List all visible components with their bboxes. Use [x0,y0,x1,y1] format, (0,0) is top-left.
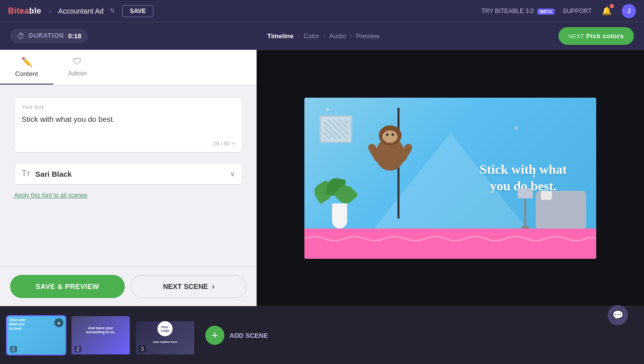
duration-value: 0:18 [68,32,81,40]
text-field-group: Your text Stick with what you do best. 2… [14,97,243,153]
scene-2-thumb-text: And leave youraccounting to us. [71,316,130,337]
pink-floor [304,229,596,259]
project-name: Accountant Ad [58,7,104,15]
next-pick-colors-button[interactable]: NEXT Pick colors [558,27,634,45]
clock-icon: ⏱ [17,32,25,40]
scene-1-number: 1 [10,346,17,352]
user-avatar[interactable]: J [622,4,636,18]
panel-footer: SAVE & PREVIEW NEXT SCENE › [0,266,257,306]
floor-lamp [518,188,533,229]
next-scene-arrow-icon: › [212,282,214,290]
font-selector-left: Tт Sari Black [22,169,72,178]
step-preview[interactable]: Preview [356,32,379,40]
preview-canvas: ✦ ✦ ✦ [304,98,596,259]
scene-background: ✦ ✦ ✦ [304,98,596,259]
step-color[interactable]: Color [304,32,319,40]
chat-button[interactable]: 💬 [608,305,628,325]
duration-label: DURATION [29,32,64,39]
wavy-pattern [304,234,596,244]
scene-3-number: 3 [139,346,146,352]
content-tab-label: Content [15,70,38,78]
scene-3-logo: YourLogo [157,321,173,336]
lamp-pole [524,198,526,226]
apply-font-link[interactable]: Apply this font to all scenes [14,192,87,199]
next-label: NEXT [569,33,584,39]
filmstrip-scene-2[interactable]: And leave youraccounting to us. 2 [70,315,131,355]
support-link[interactable]: SUPPORT [562,8,592,15]
sofa [536,201,586,229]
sloth-body [376,138,404,171]
step-arrow-3: › [350,32,352,39]
text-input[interactable]: Stick with what you do best. [22,114,235,144]
picture-frame [319,115,352,143]
admin-tab-icon: 🛡 [73,56,82,67]
sofa-area [518,188,586,229]
sloth-character [370,138,410,188]
scene-text-line1: Stick with what [479,162,567,178]
next-scene-label: NEXT SCENE [163,282,208,290]
top-navigation: Biteable › Accountant Ad ✎ SAVE TRY BITE… [0,0,644,22]
scene-2-number: 2 [74,346,82,352]
sloth-left-eye [386,133,388,136]
sloth-right-eye [391,133,394,136]
char-edit-icon[interactable]: ✏ [231,140,236,147]
font-name-label: Sari Black [35,170,72,178]
font-chevron-icon: ∨ [230,170,235,178]
step-audio[interactable]: Audio [330,32,346,40]
notifications-button[interactable]: 🔔 [600,4,614,18]
nav-breadcrumb-separator: › [48,7,51,16]
logo[interactable]: Biteable [8,7,41,16]
admin-tab-label: Admin [68,69,87,77]
teacup [541,191,552,200]
try-biteable-label[interactable]: TRY BITEABLE 3.0 BETA [481,8,554,15]
main-area: ✏️ Content 🛡 Admin Your text Stick with … [0,50,644,306]
sloth-head [379,125,401,145]
step-arrow-2: › [324,32,326,39]
add-scene-label: ADD SCENE [229,332,268,339]
preview-area: ✦ ✦ ✦ [257,50,644,306]
edit-project-name-icon[interactable]: ✎ [110,7,115,15]
tab-admin[interactable]: 🛡 Admin [53,50,102,85]
beta-badge: BETA [537,9,554,15]
nav-right: TRY BITEABLE 3.0 BETA SUPPORT 🔔 J [481,4,636,18]
content-tab-icon: ✏️ [21,56,32,67]
vase-body [332,203,347,229]
font-type-icon: Tт [22,169,30,178]
filmstrip-scene-3[interactable]: YourLogo your tagline here 3 [135,315,195,355]
duration-badge: ⏱ DURATION 0:18 [10,29,88,43]
tab-content[interactable]: ✏️ Content [0,50,53,85]
panel-content: Your text Stick with what you do best. 2… [0,85,257,266]
filmstrip-scene-1[interactable]: Stick withwhat youdo best. 1 ▲ [6,315,66,355]
save-preview-button[interactable]: SAVE & PREVIEW [10,275,125,298]
font-selector[interactable]: Tт Sari Black ∨ [14,163,243,185]
next-scene-button[interactable]: NEXT SCENE › [131,275,247,298]
lamp-shade [518,188,533,198]
sparkle-icon-1: ✦ [326,107,330,111]
text-field-label: Your text [22,104,235,110]
step-timeline[interactable]: Timeline [267,32,294,40]
left-panel: ✏️ Content 🛡 Admin Your text Stick with … [0,50,257,306]
notification-badge [610,4,614,8]
add-scene-button[interactable]: + ADD SCENE [199,322,274,349]
workflow-bar: ⏱ DURATION 0:18 Timeline › Color › Audio… [0,22,644,50]
workflow-steps: Timeline › Color › Audio › Preview [88,32,558,40]
sloth-face [382,130,397,143]
scene-3-thumb-text: your tagline here [136,338,194,346]
panel-tabs: ✏️ Content 🛡 Admin [0,50,257,85]
save-button[interactable]: SAVE [122,5,153,17]
char-count: 28 / 80 ✏ [213,140,236,147]
step-arrow-1: › [298,32,300,39]
plant-vase [325,203,355,229]
scene-1-up-icon[interactable]: ▲ [54,318,63,327]
pick-colors-label: Pick colors [586,32,624,40]
filmstrip: Stick withwhat youdo best. 1 ▲ And leave… [0,306,644,364]
add-scene-circle-icon: + [205,326,224,345]
